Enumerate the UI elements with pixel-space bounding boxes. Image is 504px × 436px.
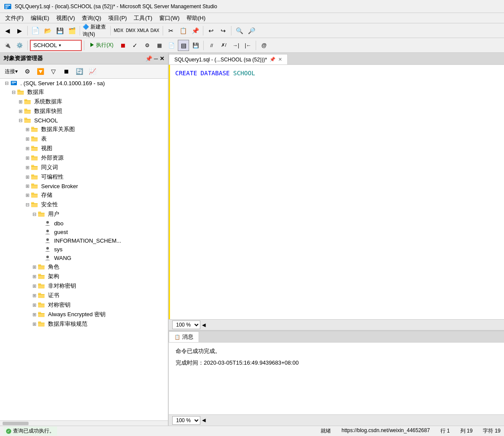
tree-item[interactable]: ⊞系统数据库: [0, 97, 168, 106]
tree-expand-btn[interactable]: ⊞: [31, 283, 37, 289]
menu-item[interactable]: 视图(V): [53, 13, 78, 23]
tree-expand-btn[interactable]: ⊞: [31, 311, 37, 317]
dax-btn[interactable]: DAX: [149, 25, 161, 36]
code-editor[interactable]: CREATE DATABASE SCHOOL: [169, 65, 504, 319]
save-button[interactable]: 💾: [54, 25, 65, 36]
back-button[interactable]: ◀: [2, 25, 13, 36]
tree-item[interactable]: ⊞数据库审核规范: [0, 319, 168, 329]
tree-item[interactable]: ⊞数据库关系图: [0, 125, 168, 134]
uncomment-btn[interactable]: ✗/: [218, 40, 229, 51]
indent-btn[interactable]: →|: [230, 40, 241, 51]
pin-icon[interactable]: 📌: [145, 55, 152, 62]
results-scroll-left[interactable]: ◀: [202, 417, 205, 423]
menu-item[interactable]: 帮助(H): [183, 13, 209, 23]
tree-item[interactable]: ⊞可编程性: [0, 172, 168, 182]
new-query-btn2[interactable]: 🔷 新建查询(N): [82, 25, 108, 36]
execute-button[interactable]: ▶ 执行(X): [87, 40, 116, 51]
new-query-button[interactable]: 📄: [30, 25, 41, 36]
results-grid-btn[interactable]: ▦: [154, 40, 165, 51]
oe-graph-btn[interactable]: 📈: [87, 66, 98, 77]
comment-btn[interactable]: //: [206, 40, 217, 51]
minimize-icon[interactable]: ─: [154, 55, 158, 62]
tree-item[interactable]: ⊞角色: [0, 262, 168, 272]
tree-item[interactable]: ⊟安全性: [0, 200, 168, 209]
intellisense-btn[interactable]: @: [258, 40, 270, 51]
oe-filter3-btn[interactable]: ▽: [48, 66, 59, 77]
stop-button[interactable]: ⏹: [117, 40, 128, 51]
query-options-btn[interactable]: ⚙: [141, 40, 153, 51]
query-tab-1[interactable]: SQLQuery1.sql - (...SCHOOL (sa (52)))* 📌…: [169, 54, 288, 64]
tree-expand-btn[interactable]: ⊞: [31, 302, 37, 308]
paste-button[interactable]: 📌: [189, 25, 201, 36]
menu-item[interactable]: 文件(F): [2, 13, 27, 23]
tree-expand-btn[interactable]: ⊟: [17, 117, 23, 123]
tree-item[interactable]: ⊞视图: [0, 144, 168, 153]
connect-btn[interactable]: 🔌: [2, 40, 13, 51]
tree-expand-btn[interactable]: ⊞: [24, 126, 30, 132]
tree-item[interactable]: ⊞架构: [0, 272, 168, 281]
tree-expand-btn[interactable]: ⊟: [31, 211, 37, 217]
xmla-btn[interactable]: XMLA: [137, 25, 148, 36]
tree-item[interactable]: ⊞对称密钥: [0, 300, 168, 310]
tree-item[interactable]: ⊞Always Encrypted 密钥: [0, 310, 168, 319]
tree-expand-btn[interactable]: ⊞: [24, 136, 30, 142]
tree-expand-btn[interactable]: ⊞: [24, 174, 30, 180]
menu-item[interactable]: 编辑(E): [27, 13, 53, 23]
results-zoom-select[interactable]: 100 %: [172, 416, 200, 425]
oe-filter2-btn[interactable]: 🔽: [35, 66, 46, 77]
oe-refresh-btn[interactable]: 🔄: [74, 66, 85, 77]
tree-expand-btn[interactable]: ⊞: [31, 321, 37, 327]
tree-expand-btn[interactable]: ⊞: [24, 155, 30, 161]
scroll-left-icon[interactable]: ◀: [202, 322, 205, 328]
tree-expand-btn[interactable]: ⊞: [24, 192, 30, 198]
tree-item[interactable]: ⊟SCHOOL: [0, 116, 168, 125]
forward-button[interactable]: ▶: [14, 25, 25, 36]
copy-button[interactable]: 📋: [177, 25, 189, 36]
menu-item[interactable]: 窗口(W): [156, 13, 183, 23]
parse-button[interactable]: ✓: [129, 40, 141, 51]
menu-item[interactable]: 查询(Q): [78, 13, 105, 23]
tree-item[interactable]: ⊞Service Broker: [0, 182, 168, 190]
menu-item[interactable]: 工具(T): [130, 13, 156, 23]
tree-item[interactable]: sys: [0, 245, 168, 253]
tree-item[interactable]: ⊞表: [0, 134, 168, 144]
tree-hscroll[interactable]: [0, 420, 168, 426]
outdent-btn[interactable]: |←: [242, 40, 254, 51]
tree-expand-btn[interactable]: ⊟: [24, 202, 30, 208]
tree-item[interactable]: dbo: [0, 219, 168, 228]
redo-button[interactable]: ↪: [218, 25, 229, 36]
results-file-btn[interactable]: 💾: [190, 40, 201, 51]
tree-expand-btn[interactable]: ⊞: [31, 292, 37, 298]
undo-button[interactable]: ↩: [205, 25, 217, 36]
mdx-btn[interactable]: MDX: [113, 25, 124, 36]
tree-item[interactable]: ⊟数据库: [0, 87, 168, 97]
tab-pin-icon[interactable]: 📌: [270, 57, 276, 62]
dmx-btn[interactable]: DMX: [125, 25, 136, 36]
close-icon[interactable]: ✕: [160, 55, 164, 62]
oe-stop-btn[interactable]: ⏹: [61, 66, 72, 77]
save-all-button[interactable]: 🗂️: [66, 25, 77, 36]
tree-expand-btn[interactable]: ⊟: [3, 80, 10, 86]
tree-item[interactable]: ⊟用户: [0, 209, 168, 219]
database-dropdown[interactable]: SCHOOL ▾: [30, 40, 82, 51]
cut-button[interactable]: ✂: [165, 25, 177, 36]
tree-item[interactable]: ⊟. (SQL Server 14.0.1000.169 - sa): [0, 79, 168, 87]
tree-item[interactable]: ⊞同义词: [0, 163, 168, 172]
tree-item[interactable]: ⊞非对称密钥: [0, 281, 168, 291]
tree-expand-btn[interactable]: ⊞: [17, 99, 23, 105]
find-button[interactable]: 🔎: [246, 25, 257, 36]
tree-item[interactable]: INFORMATION_SCHEM...: [0, 236, 168, 245]
zoom-select[interactable]: 100 %: [172, 321, 200, 329]
tree-item[interactable]: ⊞证书: [0, 291, 168, 300]
results-tab-messages[interactable]: 📋 消息: [169, 331, 199, 342]
tree-expand-btn[interactable]: ⊞: [17, 108, 23, 114]
filter-btn[interactable]: ⚙️: [14, 40, 25, 51]
results-table-btn[interactable]: ▤: [178, 40, 189, 51]
tree-item[interactable]: guest: [0, 228, 168, 236]
tree-expand-btn[interactable]: ⊞: [31, 264, 37, 270]
tree-expand-btn[interactable]: ⊞: [24, 145, 30, 151]
tree-expand-btn[interactable]: ⊟: [10, 89, 16, 95]
tree-item[interactable]: ⊞数据库快照: [0, 106, 168, 116]
tree-expand-btn[interactable]: ⊞: [24, 164, 30, 170]
debug-button[interactable]: 🔍: [234, 25, 245, 36]
